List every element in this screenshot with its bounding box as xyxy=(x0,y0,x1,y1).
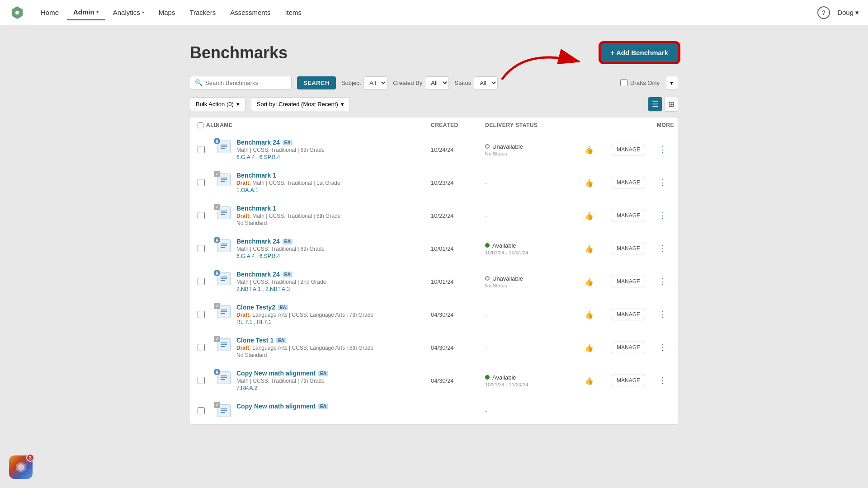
thumbs-col: 👍 xyxy=(585,178,612,187)
select-all-checkbox[interactable] xyxy=(198,122,203,128)
more-header: MORE xyxy=(657,122,670,128)
app-logo[interactable] xyxy=(9,5,25,21)
manage-button[interactable]: MANAGE xyxy=(612,375,645,386)
manage-button[interactable]: MANAGE xyxy=(612,342,645,353)
grid-view-button[interactable]: ⊞ xyxy=(664,97,678,112)
benchmark-meta: Draft: Language Arts | CCSS: Language Ar… xyxy=(236,312,373,318)
benchmark-standards-link[interactable]: 6.G.A.4 , 6.SP.B.4 xyxy=(236,154,325,160)
delivery-status-col: Available 10/01/24 - 10/31/24 xyxy=(485,242,585,255)
nav-assessments[interactable]: Assessments xyxy=(224,5,277,20)
user-menu[interactable]: Doug ▾ xyxy=(837,9,859,17)
row-icon xyxy=(216,271,232,287)
row-checkbox[interactable] xyxy=(198,212,205,219)
benchmark-name-link[interactable]: Clone Test 1 EA xyxy=(236,337,373,344)
row-checkbox[interactable] xyxy=(198,179,205,186)
row-checkbox[interactable] xyxy=(198,245,205,252)
more-options-button[interactable]: ⋮ xyxy=(657,177,669,188)
benchmark-name-link[interactable]: Benchmark 24 EA xyxy=(236,238,325,245)
drafts-only-checkbox[interactable] xyxy=(620,79,627,86)
status-dot xyxy=(485,276,490,281)
benchmark-standards-link[interactable]: 6.G.A.4 , 6.SP.B.4 xyxy=(236,253,325,259)
manage-button[interactable]: MANAGE xyxy=(612,309,645,320)
svg-rect-25 xyxy=(221,343,227,343)
more-col: ⋮ xyxy=(657,342,670,353)
benchmark-name-link[interactable]: Benchmark 1 xyxy=(236,172,340,179)
row-checkbox-col xyxy=(198,212,216,219)
name-header: NAME xyxy=(216,122,431,128)
row-checkbox[interactable] xyxy=(198,407,205,414)
more-options-button[interactable]: ⋮ xyxy=(657,210,669,221)
row-checkbox[interactable] xyxy=(198,278,205,285)
svg-rect-10 xyxy=(221,181,225,182)
nav-analytics[interactable]: Analytics ▾ xyxy=(107,5,151,20)
manage-button[interactable]: MANAGE xyxy=(612,276,645,287)
subject-label: Subject xyxy=(341,80,361,86)
manage-button[interactable]: MANAGE xyxy=(612,243,645,254)
svg-rect-29 xyxy=(221,377,227,378)
row-created: 10/22/24 xyxy=(431,212,485,219)
add-benchmark-button[interactable]: + Add Benchmark xyxy=(601,43,678,62)
row-name-col: Copy New math alignment EA Math | CCSS: … xyxy=(216,370,431,391)
bulk-action-button[interactable]: Bulk Action (0) ▾ xyxy=(190,97,245,111)
more-options-button[interactable]: ⋮ xyxy=(657,375,669,386)
benchmark-standards-link[interactable]: 7.RP.A.2 xyxy=(236,385,328,391)
svg-rect-13 xyxy=(221,214,225,215)
thumbs-up-icon[interactable]: 👍 xyxy=(585,245,594,253)
svg-rect-30 xyxy=(221,379,225,380)
nav-admin[interactable]: Admin ▾ xyxy=(67,5,105,20)
thumbs-up-icon[interactable]: 👍 xyxy=(585,212,594,220)
nav-trackers[interactable]: Trackers xyxy=(183,5,222,20)
more-options-button[interactable]: ⋮ xyxy=(657,144,669,155)
sort-button[interactable]: Sort by: Created (Most Recent) ▾ xyxy=(251,97,350,111)
svg-rect-24 xyxy=(221,313,225,314)
manage-button[interactable]: MANAGE xyxy=(612,144,645,155)
manage-button[interactable]: MANAGE xyxy=(612,177,645,188)
filter-dropdown-button[interactable]: ▾ xyxy=(665,76,678,89)
benchmark-meta: Draft: Language Arts | CCSS: Language Ar… xyxy=(236,345,373,351)
search-button[interactable]: SEARCH xyxy=(297,76,336,89)
more-options-button[interactable]: ⋮ xyxy=(657,309,669,320)
search-input[interactable] xyxy=(205,80,287,86)
row-checkbox[interactable] xyxy=(198,311,205,318)
benchmark-name-link[interactable]: Benchmark 24 EA xyxy=(236,139,325,146)
nav-home[interactable]: Home xyxy=(34,5,65,20)
more-options-button[interactable]: ⋮ xyxy=(657,276,669,287)
svg-rect-27 xyxy=(221,346,225,347)
nav-items[interactable]: Items xyxy=(278,5,308,20)
thumbs-up-icon[interactable]: 👍 xyxy=(585,311,594,319)
row-icon xyxy=(216,238,232,254)
created-by-select[interactable]: All xyxy=(425,76,449,89)
benchmark-name-link[interactable]: Copy New math alignment EA xyxy=(236,370,328,377)
benchmark-standards-link[interactable]: 1.OA.A.1 xyxy=(236,187,340,193)
help-button[interactable]: ? xyxy=(817,6,830,19)
benchmark-standards-link[interactable]: 2.NBT.A.1 , 2.NBT.A.3 xyxy=(236,286,326,292)
nav-maps[interactable]: Maps xyxy=(152,5,182,20)
manage-button[interactable]: MANAGE xyxy=(612,210,645,221)
more-options-button[interactable]: ⋮ xyxy=(657,243,669,254)
row-checkbox[interactable] xyxy=(198,344,205,351)
svg-rect-4 xyxy=(221,145,227,145)
status-dash: - xyxy=(485,344,585,351)
thumbs-up-icon[interactable]: 👍 xyxy=(585,377,594,385)
status-select[interactable]: All xyxy=(474,76,498,89)
benchmark-name-link[interactable]: Copy New math alignment EA xyxy=(236,403,328,410)
status-text: Available xyxy=(492,374,516,381)
thumbs-up-icon[interactable]: 👍 xyxy=(585,344,594,352)
lock-icon xyxy=(214,237,220,243)
row-checkbox[interactable] xyxy=(198,377,205,384)
row-checkbox[interactable] xyxy=(198,146,205,153)
benchmark-standards-link[interactable]: RL.7.1 , RI.7.1 xyxy=(236,319,373,325)
benchmark-name-link[interactable]: Clone Testy2 EA xyxy=(236,304,373,311)
subject-select[interactable]: All xyxy=(363,76,387,89)
svg-rect-5 xyxy=(221,146,227,147)
thumbs-up-icon[interactable]: 👍 xyxy=(585,146,594,154)
more-options-button[interactable]: ⋮ xyxy=(657,342,669,353)
thumbs-up-icon[interactable]: 👍 xyxy=(585,179,594,187)
benchmark-meta: Math | CCSS: Traditional | 7th Grade xyxy=(236,378,328,384)
benchmark-name-link[interactable]: Benchmark 24 EA xyxy=(236,271,326,278)
thumbs-up-icon[interactable]: 👍 xyxy=(585,278,594,286)
list-view-button[interactable]: ☰ xyxy=(648,97,662,112)
benchmark-name-link[interactable]: Benchmark 1 xyxy=(236,205,340,212)
more-col: ⋮ xyxy=(657,309,670,320)
thumbs-col: 👍 xyxy=(585,145,612,154)
